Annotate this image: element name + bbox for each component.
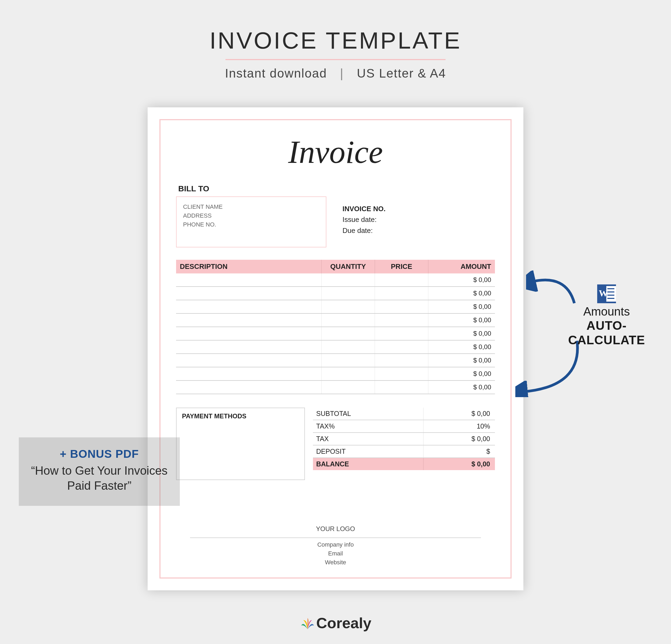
cell-description — [176, 273, 321, 286]
table-row: $ 0,00 — [176, 354, 495, 367]
cell-quantity — [321, 327, 375, 340]
cell-amount: $ 0,00 — [428, 273, 495, 286]
bonus-pdf-callout: + BONUS PDF “How to Get Your Invoices Pa… — [19, 437, 180, 506]
company-email: Email — [161, 549, 510, 558]
auto-calculate-callout: W Amounts AUTO-CALCULATE — [550, 284, 663, 347]
cell-price — [375, 327, 428, 340]
cell-price — [375, 286, 428, 300]
balance-value: $ 0,00 — [423, 458, 495, 470]
cell-description — [176, 313, 321, 327]
brand-logo: Corealy — [0, 614, 671, 632]
brand-leaf-icon — [300, 616, 316, 630]
cell-price — [375, 367, 428, 381]
bonus-title: + BONUS PDF — [28, 448, 170, 461]
cell-quantity — [321, 286, 375, 300]
client-address: ADDRESS — [183, 211, 319, 220]
cell-quantity — [321, 381, 375, 394]
cell-description — [176, 286, 321, 300]
bill-to-label: BILL TO — [178, 184, 495, 193]
client-name: CLIENT NAME — [183, 202, 319, 211]
invoice-meta: INVOICE NO. Issue date: Due date: — [342, 196, 385, 247]
cell-amount: $ 0,00 — [428, 367, 495, 381]
tax-label: TAX — [313, 433, 423, 445]
subtitle-left: Instant download — [225, 66, 327, 80]
cell-quantity — [321, 300, 375, 313]
totals-block: SUBTOTAL$ 0,00 TAX%10% TAX$ 0,00 DEPOSIT… — [313, 408, 495, 480]
line-items-table: DESCRIPTION QUANTITY PRICE AMOUNT $ 0,00… — [176, 260, 495, 394]
invoice-inner: Invoice BILL TO CLIENT NAME ADDRESS PHON… — [160, 119, 511, 579]
cell-amount: $ 0,00 — [428, 381, 495, 394]
deposit-value: $ — [423, 446, 495, 458]
cell-price — [375, 300, 428, 313]
company-info: Company info — [161, 540, 510, 549]
table-row: $ 0,00 — [176, 327, 495, 340]
table-row: $ 0,00 — [176, 286, 495, 300]
cell-quantity — [321, 273, 375, 286]
cell-amount: $ 0,00 — [428, 286, 495, 300]
col-quantity: QUANTITY — [321, 260, 375, 273]
brand-name: Corealy — [316, 615, 371, 631]
cell-description — [176, 354, 321, 367]
cell-description — [176, 340, 321, 354]
cell-quantity — [321, 340, 375, 354]
due-date-label: Due date: — [342, 225, 385, 236]
col-description: DESCRIPTION — [176, 260, 321, 273]
word-icon: W — [597, 284, 616, 303]
subtotal-value: $ 0,00 — [423, 408, 495, 420]
subtitle-right: US Letter & A4 — [357, 66, 446, 80]
cell-quantity — [321, 313, 375, 327]
document-title: Invoice — [176, 134, 495, 171]
deposit-label: DEPOSIT — [313, 446, 423, 458]
table-row: $ 0,00 — [176, 300, 495, 313]
auto-line1: Amounts — [550, 305, 663, 318]
issue-date-label: Issue date: — [342, 214, 385, 225]
promo-header: INVOICE TEMPLATE Instant download | US L… — [0, 27, 671, 80]
footer-rule-1 — [190, 538, 481, 538]
client-phone: PHONE NO. — [183, 220, 319, 229]
your-logo-placeholder: YOUR LOGO — [161, 524, 510, 534]
payment-methods-label: PAYMENT METHODS — [182, 412, 246, 420]
cell-amount: $ 0,00 — [428, 313, 495, 327]
cell-amount: $ 0,00 — [428, 327, 495, 340]
client-box: CLIENT NAME ADDRESS PHONE NO. — [176, 196, 326, 247]
table-row: $ 0,00 — [176, 273, 495, 286]
promo-title: INVOICE TEMPLATE — [0, 27, 671, 54]
cell-amount: $ 0,00 — [428, 340, 495, 354]
table-row: $ 0,00 — [176, 367, 495, 381]
cell-price — [375, 354, 428, 367]
cell-price — [375, 381, 428, 394]
taxpct-value: 10% — [423, 420, 495, 432]
promo-subtitle: Instant download | US Letter & A4 — [0, 66, 671, 80]
table-row: $ 0,00 — [176, 340, 495, 354]
balance-label: BALANCE — [313, 458, 423, 470]
cell-price — [375, 273, 428, 286]
cell-quantity — [321, 354, 375, 367]
cell-description — [176, 381, 321, 394]
subtotal-label: SUBTOTAL — [313, 408, 423, 420]
invoice-page: Invoice BILL TO CLIENT NAME ADDRESS PHON… — [148, 107, 523, 590]
page-footer: YOUR LOGO Company info Email Website — [161, 524, 510, 567]
table-row: $ 0,00 — [176, 313, 495, 327]
col-amount: AMOUNT — [428, 260, 495, 273]
cell-quantity — [321, 367, 375, 381]
cell-description — [176, 300, 321, 313]
cell-amount: $ 0,00 — [428, 300, 495, 313]
table-row: $ 0,00 — [176, 381, 495, 394]
col-price: PRICE — [375, 260, 428, 273]
cell-price — [375, 340, 428, 354]
auto-line2: AUTO-CALCULATE — [550, 318, 663, 347]
tax-value: $ 0,00 — [423, 433, 495, 445]
subtitle-separator: | — [340, 66, 344, 80]
cell-price — [375, 313, 428, 327]
cell-amount: $ 0,00 — [428, 354, 495, 367]
payment-methods-box: PAYMENT METHODS — [176, 408, 305, 480]
taxpct-label: TAX% — [313, 420, 423, 432]
header-divider — [226, 59, 445, 60]
cell-description — [176, 367, 321, 381]
cell-description — [176, 327, 321, 340]
company-website: Website — [161, 558, 510, 567]
invoice-no-label: INVOICE NO. — [342, 203, 385, 214]
bonus-caption: “How to Get Your Invoices Paid Faster” — [28, 463, 170, 493]
